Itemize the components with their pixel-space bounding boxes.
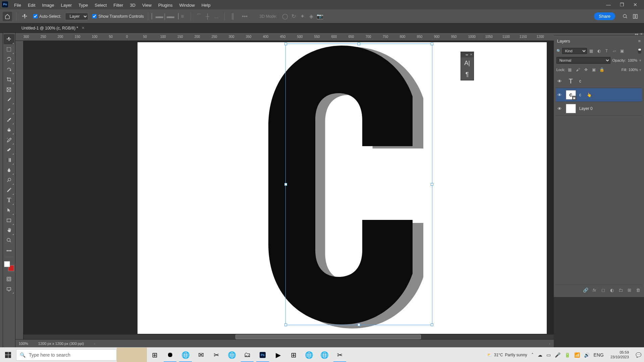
taskbar-photoshop-icon[interactable]: Ps bbox=[255, 348, 270, 362]
close-tab-icon[interactable]: ✕ bbox=[82, 26, 85, 30]
transform-handle-ne[interactable] bbox=[431, 43, 433, 45]
workspace-switcher-icon[interactable] bbox=[633, 14, 638, 19]
lock-all-icon[interactable]: 🔒 bbox=[599, 66, 605, 73]
zoom-tool[interactable] bbox=[4, 235, 14, 245]
collapse-icon[interactable]: ◂▸ bbox=[465, 53, 469, 56]
hand-tool[interactable] bbox=[4, 225, 14, 235]
distribute-spacing-icon[interactable]: ║ bbox=[229, 12, 237, 20]
filter-smart-icon[interactable]: ▣ bbox=[619, 48, 626, 54]
type-tool[interactable]: T bbox=[4, 195, 14, 205]
layer-row-layer0[interactable]: 👁 Layer 0 bbox=[556, 102, 642, 116]
menu-view[interactable]: View bbox=[139, 1, 155, 4]
filter-toggle[interactable] bbox=[638, 48, 641, 54]
taskbar-chrome2-icon[interactable]: 🌐 bbox=[224, 348, 239, 362]
blur-tool[interactable] bbox=[4, 165, 14, 175]
transform-handle-n[interactable] bbox=[358, 43, 360, 45]
document-tab[interactable]: Untitled-1 @ 100% (c, RGB/8) * ✕ bbox=[18, 26, 88, 31]
tray-battery-icon[interactable]: 🔋 bbox=[565, 352, 570, 358]
taskbar-clock[interactable]: 05:59 23/10/2023 bbox=[608, 350, 632, 359]
lasso-tool[interactable] bbox=[4, 54, 14, 64]
tray-wifi-icon[interactable]: 📶 bbox=[574, 352, 580, 358]
tray-volume-icon[interactable]: 🔊 bbox=[584, 352, 590, 358]
visibility-toggle-icon[interactable]: 👁 bbox=[557, 106, 562, 111]
character-paragraph-panel[interactable]: ◂▸✕ A| ¶ bbox=[461, 52, 474, 80]
lock-artboard-icon[interactable]: ▣ bbox=[591, 66, 597, 73]
lock-transparency-icon[interactable]: ▦ bbox=[567, 66, 573, 73]
taskbar-capcut-icon[interactable]: ✂ bbox=[332, 348, 347, 362]
layer-style-icon[interactable]: fx bbox=[591, 287, 598, 293]
taskbar-app-icon[interactable]: ▶ bbox=[270, 348, 286, 362]
tray-meet-icon[interactable]: ▭ bbox=[546, 352, 551, 358]
filter-pixel-icon[interactable]: ▦ bbox=[588, 48, 595, 54]
filter-search-icon[interactable]: 🔍 bbox=[556, 49, 561, 53]
move-tool-icon[interactable] bbox=[20, 12, 29, 21]
tray-language-icon[interactable]: ENG bbox=[594, 352, 604, 358]
auto-select-target[interactable]: Layer bbox=[65, 13, 88, 20]
history-brush-tool[interactable] bbox=[4, 135, 14, 145]
share-button[interactable]: Share bbox=[594, 12, 615, 20]
menu-file[interactable]: File bbox=[11, 1, 24, 4]
transform-handle-e[interactable] bbox=[431, 183, 433, 186]
taskbar-obs-icon[interactable]: ⏺ bbox=[162, 348, 178, 362]
start-button[interactable] bbox=[0, 348, 16, 362]
opacity-dropdown-icon[interactable]: ▾ bbox=[639, 58, 641, 63]
new-layer-icon[interactable]: ⊞ bbox=[626, 287, 633, 293]
ruler-horizontal[interactable]: 300 250 200 150 100 50 0 50 100 150 200 … bbox=[15, 33, 554, 41]
canvas[interactable] bbox=[138, 42, 547, 334]
layer-name[interactable]: c bbox=[579, 79, 581, 83]
layer-thumbnail-text[interactable]: T bbox=[566, 76, 576, 86]
notifications-icon[interactable]: 💬 bbox=[636, 352, 641, 358]
taskbar-chrome-icon[interactable]: 🌐 bbox=[178, 348, 193, 362]
dodge-tool[interactable] bbox=[4, 175, 14, 185]
clone-stamp-tool[interactable] bbox=[4, 125, 14, 135]
pen-tool[interactable] bbox=[4, 185, 14, 195]
ruler-vertical[interactable] bbox=[15, 41, 23, 339]
transform-bounding-box[interactable] bbox=[285, 44, 432, 325]
window-minimize-button[interactable]: — bbox=[602, 1, 615, 9]
taskbar-snip-icon[interactable]: ✂ bbox=[209, 348, 224, 362]
align-center-v-icon[interactable]: ┼ bbox=[204, 12, 212, 20]
selection-tool[interactable] bbox=[4, 64, 14, 74]
align-distribute-h-icon[interactable]: ≡ bbox=[178, 12, 186, 20]
tray-mic-icon[interactable]: 🎤 bbox=[555, 352, 560, 358]
weather-widget[interactable]: ⛅ 31°C Partly sunny bbox=[487, 353, 527, 357]
layer-filter-type[interactable]: Kind bbox=[562, 48, 587, 54]
panel-menu-icon[interactable]: ≡ bbox=[638, 39, 641, 44]
menu-window[interactable]: Window bbox=[176, 1, 198, 4]
eraser-tool[interactable] bbox=[4, 145, 14, 155]
path-selection-tool[interactable] bbox=[4, 205, 14, 215]
quick-mask-icon[interactable] bbox=[4, 274, 14, 284]
menu-layer[interactable]: Layer bbox=[58, 1, 75, 4]
filter-adjustment-icon[interactable]: ◐ bbox=[596, 48, 602, 54]
gradient-tool[interactable] bbox=[4, 155, 14, 165]
taskbar-chrome3-icon[interactable]: 🌐 bbox=[317, 348, 332, 362]
transform-handle-w[interactable] bbox=[284, 183, 287, 186]
taskbar-explorer-icon[interactable]: 🗂 bbox=[239, 348, 255, 362]
lock-position-icon[interactable]: ✥ bbox=[583, 66, 589, 73]
tray-chevron-icon[interactable]: ˄ bbox=[531, 352, 534, 358]
search-icon[interactable] bbox=[623, 14, 628, 19]
close-panel-icon[interactable]: ✕ bbox=[470, 53, 473, 56]
horizontal-scrollbar[interactable] bbox=[23, 335, 554, 339]
taskbar-settings-icon[interactable]: ⊞ bbox=[286, 348, 301, 362]
layer-thumbnail-raster[interactable] bbox=[566, 104, 576, 113]
filter-shape-icon[interactable]: ▱ bbox=[611, 48, 618, 54]
menu-select[interactable]: Select bbox=[91, 1, 110, 4]
window-close-button[interactable]: ✕ bbox=[629, 1, 642, 9]
layers-panel-title[interactable]: Layers bbox=[557, 39, 570, 44]
crop-tool[interactable] bbox=[4, 74, 14, 84]
screen-mode-icon[interactable] bbox=[4, 284, 14, 294]
taskbar-mail-icon[interactable]: ✉ bbox=[193, 348, 209, 362]
lock-pixels-icon[interactable]: 🖌 bbox=[575, 66, 581, 73]
filter-type-icon[interactable]: T bbox=[603, 48, 610, 54]
blend-mode-select[interactable]: Normal bbox=[556, 57, 610, 64]
adjustment-layer-icon[interactable]: ◐ bbox=[608, 287, 615, 293]
marquee-tool[interactable] bbox=[4, 44, 14, 54]
align-center-h-icon[interactable]: ▬│▬ bbox=[161, 12, 169, 20]
character-panel-icon[interactable]: A| bbox=[461, 57, 474, 69]
transform-handle-se[interactable] bbox=[431, 323, 433, 326]
foreground-color-swatch[interactable] bbox=[4, 261, 10, 267]
layer-row-smart-c[interactable]: 👁 c ▣ c 👆 bbox=[556, 88, 642, 102]
status-nav-left-icon[interactable]: ‹ bbox=[94, 342, 95, 346]
taskbar-thumbnail-app[interactable] bbox=[117, 348, 147, 362]
